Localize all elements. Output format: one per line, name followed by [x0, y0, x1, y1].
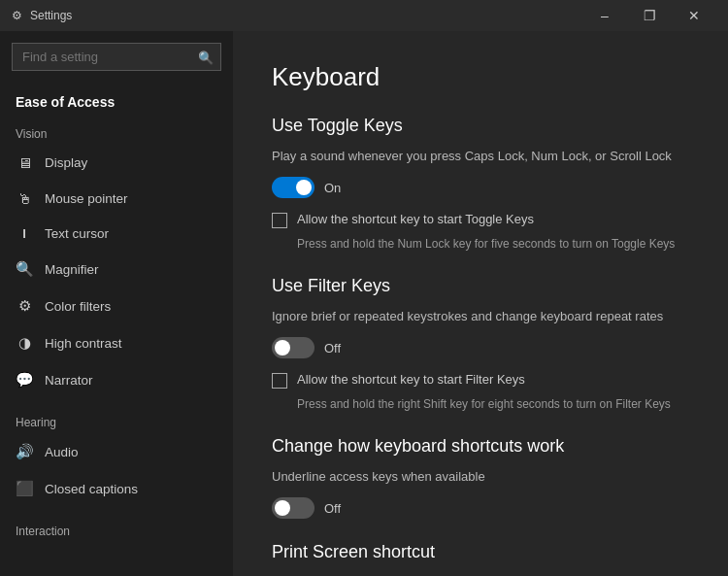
filter-keys-toggle-row: Off	[272, 337, 689, 358]
toggle-keys-label: On	[324, 181, 341, 195]
maximize-button[interactable]: ❐	[627, 0, 672, 31]
high-contrast-icon: ◑	[16, 334, 33, 352]
color-filters-icon: ⚙	[16, 297, 33, 315]
magnifier-icon: 🔍	[16, 260, 33, 278]
narrator-icon: 💬	[16, 371, 33, 389]
hearing-section-label: Hearing	[0, 410, 233, 433]
search-icon: 🔍	[198, 50, 214, 64]
close-button[interactable]: ✕	[672, 0, 716, 31]
sidebar-item-narrator-label: Narrator	[45, 373, 93, 388]
sidebar-item-magnifier[interactable]: 🔍 Magnifier	[0, 251, 233, 288]
sidebar-item-mouse-pointer[interactable]: 🖱 Mouse pointer	[0, 181, 233, 217]
filter-keys-checkbox-hint: Press and hold the right Shift key for e…	[297, 396, 689, 413]
toggle-keys-title: Use Toggle Keys	[272, 116, 689, 136]
sidebar-item-high-contrast[interactable]: ◑ High contrast	[0, 324, 233, 361]
text-cursor-icon: I	[16, 226, 33, 241]
filter-keys-checkbox[interactable]	[272, 373, 287, 389]
sidebar: 🔍 Ease of Access Vision 🖥 Display 🖱 Mous…	[0, 31, 233, 576]
filter-keys-label: Off	[324, 341, 341, 356]
filter-keys-title: Use Filter Keys	[272, 276, 689, 296]
sidebar-item-audio-label: Audio	[45, 445, 79, 459]
toggle-keys-checkbox-label: Allow the shortcut key to start Toggle K…	[297, 212, 534, 226]
sidebar-item-audio[interactable]: 🔊 Audio	[0, 433, 233, 470]
toggle-keys-desc: Play a sound whenever you press Caps Loc…	[272, 148, 689, 165]
search-container: 🔍	[12, 43, 221, 71]
closed-captions-icon: ⬛	[16, 480, 33, 497]
audio-icon: 🔊	[16, 443, 33, 460]
vision-section-label: Vision	[0, 121, 233, 145]
filter-keys-toggle[interactable]	[272, 337, 314, 358]
page-title: Keyboard	[272, 62, 689, 92]
sidebar-item-text-cursor-label: Text cursor	[45, 226, 109, 241]
mouse-pointer-icon: 🖱	[16, 190, 33, 207]
title-bar-left: ⚙ Settings	[12, 9, 72, 22]
sidebar-item-closed-captions-label: Closed captions	[45, 482, 138, 496]
filter-keys-desc: Ignore brief or repeated keystrokes and …	[272, 308, 689, 325]
filter-keys-checkbox-row: Allow the shortcut key to start Filter K…	[272, 372, 689, 389]
title-bar: ⚙ Settings – ❐ ✕	[0, 0, 728, 31]
toggle-keys-checkbox[interactable]	[272, 213, 287, 228]
keyboard-shortcuts-knob	[275, 500, 290, 516]
toggle-keys-checkbox-hint: Press and hold the Num Lock key for five…	[297, 236, 689, 253]
search-input[interactable]	[12, 43, 221, 71]
display-icon: 🖥	[16, 154, 33, 171]
title-bar-controls: – ❐ ✕	[582, 0, 716, 31]
keyboard-shortcuts-toggle-row: Off	[272, 497, 689, 519]
toggle-keys-knob	[296, 180, 312, 195]
keyboard-shortcuts-title: Change how keyboard shortcuts work	[272, 436, 689, 457]
sidebar-item-magnifier-label: Magnifier	[45, 262, 99, 277]
sidebar-item-color-filters[interactable]: ⚙ Color filters	[0, 288, 233, 324]
sidebar-item-closed-captions[interactable]: ⬛ Closed captions	[0, 470, 233, 507]
sidebar-item-text-cursor[interactable]: I Text cursor	[0, 217, 233, 251]
toggle-keys-toggle-row: On	[272, 177, 689, 198]
minimize-button[interactable]: –	[582, 0, 627, 31]
keyboard-shortcuts-label: Off	[324, 501, 341, 516]
sidebar-item-mouse-label: Mouse pointer	[45, 191, 128, 206]
sidebar-item-narrator[interactable]: 💬 Narrator	[0, 361, 233, 398]
keyboard-shortcuts-toggle[interactable]	[272, 497, 314, 519]
filter-keys-checkbox-label: Allow the shortcut key to start Filter K…	[297, 372, 525, 387]
sidebar-item-high-contrast-label: High contrast	[45, 336, 122, 351]
main-content: Keyboard Use Toggle Keys Play a sound wh…	[233, 31, 728, 576]
title-bar-title: Settings	[30, 9, 72, 22]
print-screen-title: Print Screen shortcut	[272, 542, 689, 562]
sidebar-item-display-label: Display	[45, 155, 87, 170]
toggle-keys-toggle[interactable]	[272, 177, 314, 198]
sidebar-item-display[interactable]: 🖥 Display	[0, 145, 233, 181]
toggle-keys-checkbox-row: Allow the shortcut key to start Toggle K…	[272, 212, 689, 228]
keyboard-shortcuts-desc: Underline access keys when available	[272, 468, 689, 486]
interaction-section-label: Interaction	[0, 519, 233, 542]
filter-keys-knob	[275, 340, 290, 356]
app-body: 🔍 Ease of Access Vision 🖥 Display 🖱 Mous…	[0, 31, 728, 576]
sidebar-item-color-filters-label: Color filters	[45, 299, 111, 314]
settings-icon: ⚙	[12, 9, 22, 22]
breadcrumb: Ease of Access	[0, 86, 233, 121]
